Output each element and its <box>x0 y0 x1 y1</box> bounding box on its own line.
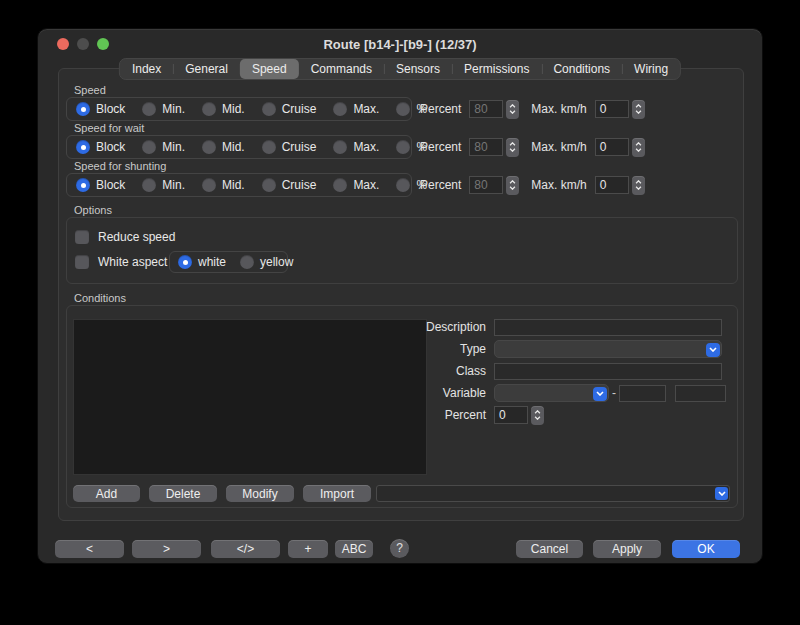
radio-cruise[interactable]: Cruise <box>262 178 317 192</box>
percent-input[interactable]: 80 <box>469 138 503 156</box>
add-button[interactable]: Add <box>73 485 140 502</box>
radio-icon <box>333 102 347 116</box>
radio-yellow[interactable]: yellow <box>240 255 293 269</box>
stepper-up-icon <box>509 104 516 108</box>
checkbox-icon[interactable] <box>75 230 89 244</box>
speed-section-label: Speed <box>74 84 106 96</box>
percent-stepper[interactable] <box>506 100 519 119</box>
radio-cruise[interactable]: Cruise <box>262 140 317 154</box>
condition-import-dropdown[interactable] <box>376 485 730 502</box>
max-kmh-input[interactable]: 0 <box>595 138 629 156</box>
delete-button[interactable]: Delete <box>149 485 217 502</box>
radio-icon <box>262 178 276 192</box>
ok-button[interactable]: OK <box>672 540 740 558</box>
radio-icon <box>142 178 156 192</box>
tab-commands[interactable]: Commands <box>299 59 384 79</box>
code-button[interactable]: </> <box>211 540 280 558</box>
max-kmh-input[interactable]: 0 <box>595 176 629 194</box>
tab-general[interactable]: General <box>173 59 240 79</box>
variable-from-input[interactable] <box>619 385 666 402</box>
aspect-radio-group: white yellow <box>169 251 288 273</box>
percent-stepper[interactable] <box>506 138 519 157</box>
tab-permissions[interactable]: Permissions <box>452 59 541 79</box>
condition-percent-input[interactable]: 0 <box>494 406 528 424</box>
class-input[interactable] <box>494 363 722 380</box>
stepper-up-icon <box>509 180 516 184</box>
next-route-button[interactable]: > <box>132 540 201 558</box>
type-dropdown[interactable] <box>494 340 722 358</box>
modify-button[interactable]: Modify <box>226 485 294 502</box>
tab-index[interactable]: Index <box>120 59 173 79</box>
max-kmh-stepper[interactable] <box>632 138 645 157</box>
radio-max[interactable]: Max. <box>333 178 379 192</box>
route-dialog-window: Route [b14-]-[b9-] (12/37) Index General… <box>37 28 763 564</box>
speed-shunting-radio-group: Block Min. Mid. Cruise Max. % <box>66 173 412 197</box>
radio-icon <box>333 140 347 154</box>
radio-selected-icon <box>76 102 90 116</box>
description-input[interactable] <box>494 319 722 336</box>
max-kmh-label: Max. km/h <box>531 140 586 154</box>
radio-block[interactable]: Block <box>76 178 125 192</box>
titlebar[interactable]: Route [b14-]-[b9-] (12/37) <box>38 29 762 59</box>
radio-min[interactable]: Min. <box>142 102 185 116</box>
radio-mid[interactable]: Mid. <box>202 102 245 116</box>
help-button[interactable]: ? <box>390 539 409 558</box>
conditions-group-box: Description Type Class <box>66 305 738 508</box>
window-title: Route [b14-]-[b9-] (12/37) <box>38 37 762 52</box>
radio-mid[interactable]: Mid. <box>202 178 245 192</box>
speed-value-row: Percent 80 Max. km/h 0 <box>420 97 645 121</box>
radio-mid[interactable]: Mid. <box>202 140 245 154</box>
checkbox-icon[interactable] <box>75 255 89 269</box>
tab-conditions[interactable]: Conditions <box>541 59 622 79</box>
radio-min[interactable]: Min. <box>142 140 185 154</box>
variable-to-input[interactable] <box>675 385 726 402</box>
radio-max[interactable]: Max. <box>333 140 379 154</box>
max-kmh-stepper[interactable] <box>632 100 645 119</box>
desktop-background: Route [b14-]-[b9-] (12/37) Index General… <box>0 0 800 625</box>
condition-percent-stepper[interactable] <box>531 406 544 425</box>
description-label: Description <box>414 320 494 334</box>
reduce-speed-label: Reduce speed <box>98 230 175 244</box>
options-group-label: Options <box>74 204 112 216</box>
tab-speed[interactable]: Speed <box>240 59 299 79</box>
stepper-down-icon <box>509 110 516 114</box>
percent-input[interactable]: 80 <box>469 100 503 118</box>
abc-button[interactable]: ABC <box>335 540 373 558</box>
percent-label: Percent <box>420 178 461 192</box>
variable-row: Variable - <box>414 384 726 402</box>
stepper-up-icon <box>509 142 516 146</box>
tab-wiring[interactable]: Wiring <box>622 59 680 79</box>
chevron-down-icon[interactable] <box>715 487 728 500</box>
percent-input[interactable]: 80 <box>469 176 503 194</box>
import-button[interactable]: Import <box>303 485 371 502</box>
radio-icon <box>333 178 347 192</box>
radio-min[interactable]: Min. <box>142 178 185 192</box>
white-aspect-option[interactable]: White aspect <box>75 255 167 269</box>
add-route-button[interactable]: + <box>288 540 328 558</box>
stepper-down-icon <box>635 110 642 114</box>
cancel-button[interactable]: Cancel <box>516 540 583 558</box>
max-kmh-input[interactable]: 0 <box>595 100 629 118</box>
stepper-down-icon <box>635 148 642 152</box>
speed-shunting-section-label: Speed for shunting <box>74 160 166 172</box>
prev-route-button[interactable]: < <box>55 540 124 558</box>
conditions-list[interactable] <box>73 319 427 475</box>
apply-button[interactable]: Apply <box>593 540 661 558</box>
percent-label: Percent <box>420 140 461 154</box>
chevron-down-icon[interactable] <box>706 343 720 357</box>
radio-cruise[interactable]: Cruise <box>262 102 317 116</box>
conditions-group-label: Conditions <box>74 292 126 304</box>
radio-block[interactable]: Block <box>76 140 125 154</box>
tab-sensors[interactable]: Sensors <box>384 59 452 79</box>
reduce-speed-option[interactable]: Reduce speed <box>75 230 175 244</box>
max-kmh-label: Max. km/h <box>531 178 586 192</box>
radio-white[interactable]: white <box>178 255 226 269</box>
radio-max[interactable]: Max. <box>333 102 379 116</box>
percent-stepper[interactable] <box>506 176 519 195</box>
radio-icon <box>396 140 410 154</box>
max-kmh-stepper[interactable] <box>632 176 645 195</box>
stepper-down-icon <box>534 416 541 420</box>
radio-block[interactable]: Block <box>76 102 125 116</box>
variable-dropdown[interactable] <box>494 384 609 402</box>
chevron-down-icon[interactable] <box>593 387 607 401</box>
